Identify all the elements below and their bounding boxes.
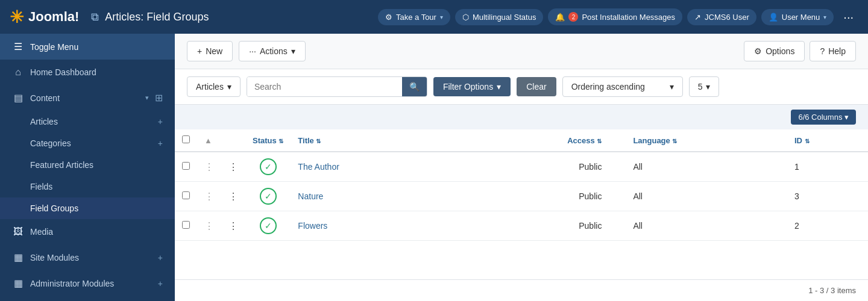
- new-button[interactable]: + New: [187, 41, 233, 61]
- content-add-icon: ⊞: [155, 92, 163, 104]
- nav-actions: ⚙ Take a Tour ▾ ⬡ Multilingual Status 🔔 …: [378, 8, 858, 26]
- row-checkbox[interactable]: [182, 221, 190, 229]
- id-col-label: ID: [794, 136, 802, 145]
- multilingual-status-button[interactable]: ⬡ Multilingual Status: [455, 9, 544, 25]
- search-button[interactable]: 🔍: [402, 77, 427, 96]
- articles-dropdown[interactable]: Articles ▾: [187, 76, 241, 97]
- row-actions-cell[interactable]: ⋮: [221, 152, 245, 182]
- sidebar-item-content[interactable]: ▤ Content ▾ ⊞: [0, 85, 175, 111]
- user-menu-chevron-icon: ▾: [823, 14, 826, 20]
- help-button[interactable]: ? Help: [810, 41, 856, 61]
- status-published-icon: ✓: [260, 158, 277, 175]
- per-page-chevron-icon: ▾: [706, 82, 710, 92]
- content-icon: ▤: [12, 92, 24, 104]
- title-header[interactable]: Title ⇅: [291, 129, 444, 152]
- row-checkbox[interactable]: [182, 191, 190, 199]
- new-label: New: [206, 46, 222, 56]
- user-menu-button[interactable]: 👤 User Menu ▾: [761, 9, 834, 25]
- notifications-label: Post Installation Messages: [582, 13, 675, 22]
- row-checkbox[interactable]: [182, 162, 190, 170]
- access-sort-icon: ⇅: [597, 138, 602, 144]
- site-modules-add-icon: +: [158, 253, 163, 262]
- ordering-dropdown[interactable]: Ordering ascending ▾: [562, 76, 683, 97]
- status-header[interactable]: Status ⇅: [245, 129, 291, 152]
- id-header[interactable]: ID ⇅: [787, 129, 868, 152]
- table-row: ⋮ ⋮ ✓ Flowers Public All 2: [175, 211, 868, 241]
- fields-label: Fields: [30, 182, 52, 191]
- status-cell: ✓: [245, 152, 291, 182]
- row-actions-cell[interactable]: ⋮: [221, 182, 245, 211]
- language-header[interactable]: Language ⇅: [626, 129, 787, 152]
- title-link[interactable]: Flowers: [298, 221, 327, 231]
- sidebar-item-fields[interactable]: Fields: [0, 176, 175, 197]
- per-page-dropdown[interactable]: 5 ▾: [689, 76, 720, 97]
- sidebar-toggle-menu[interactable]: ☰ Toggle Menu: [0, 34, 175, 60]
- status-cell: ✓: [245, 182, 291, 211]
- toolbar: + New ··· Actions ▾ ⚙ Options ? Help: [175, 34, 868, 69]
- site-modules-label: Site Modules: [30, 253, 152, 262]
- field-groups-label: Field Groups: [30, 203, 78, 213]
- jcms-user-button[interactable]: ↗ JCMS6 User: [687, 9, 756, 25]
- language-cell: All: [626, 152, 787, 182]
- external-link-icon: ↗: [694, 13, 701, 22]
- filter-bar: Articles ▾ 🔍 Filter Options ▾ Clear Orde…: [175, 69, 868, 105]
- actions-label: Actions: [260, 46, 288, 56]
- search-input[interactable]: [247, 77, 402, 96]
- categories-label: Categories: [30, 138, 71, 148]
- sidebar-content-label: Content: [30, 93, 139, 103]
- row-actions-cell[interactable]: ⋮: [221, 211, 245, 241]
- drag-header: ▲: [197, 129, 221, 152]
- sidebar-item-field-groups[interactable]: Field Groups: [0, 197, 175, 219]
- row-checkbox-cell: [175, 211, 197, 241]
- question-icon: ?: [820, 46, 825, 56]
- multilingual-icon: ⬡: [462, 13, 469, 22]
- dots-icon: ···: [249, 46, 256, 56]
- id-cell: 3: [787, 182, 868, 211]
- bell-icon: 🔔: [555, 13, 565, 22]
- multilingual-label: Multilingual Status: [473, 13, 536, 22]
- table-row: ⋮ ⋮ ✓ The Author Public All 1: [175, 152, 868, 182]
- main-layout: ☰ Toggle Menu ⌂ Home Dashboard ▤ Content…: [0, 34, 868, 301]
- articles-label: Articles: [30, 117, 58, 126]
- title-link[interactable]: The Author: [298, 162, 339, 172]
- select-all-header[interactable]: [175, 129, 197, 152]
- title-link[interactable]: Nature: [298, 191, 323, 201]
- access-header[interactable]: Access ⇅: [444, 129, 626, 152]
- page-title: Articles: Field Groups: [105, 11, 209, 23]
- select-all-checkbox[interactable]: [182, 135, 190, 143]
- user-icon: 👤: [769, 13, 778, 22]
- status-cell: ✓: [245, 211, 291, 241]
- filter-options-button[interactable]: Filter Options ▾: [433, 77, 511, 96]
- admin-modules-add-icon: +: [158, 279, 163, 288]
- actions-chevron-icon: ▾: [291, 46, 295, 56]
- clear-button[interactable]: Clear: [517, 77, 556, 96]
- logo: ✳ Joomla!: [10, 7, 79, 27]
- options-button[interactable]: ⚙ Options: [744, 41, 805, 61]
- tour-icon: ⚙: [385, 13, 392, 22]
- admin-modules-label: Administrator Modules: [30, 279, 152, 288]
- sidebar-item-home[interactable]: ⌂ Home Dashboard: [0, 60, 175, 85]
- joomla-logo-icon: ✳: [10, 7, 24, 27]
- logo-text: Joomla!: [28, 9, 79, 25]
- sidebar-item-admin-modules[interactable]: ▦ Administrator Modules +: [0, 270, 175, 296]
- notifications-badge: 2: [568, 12, 578, 22]
- drag-cell: ⋮: [197, 152, 221, 182]
- sidebar-item-articles[interactable]: Articles +: [0, 111, 175, 132]
- user-menu-label: User Menu: [782, 13, 820, 22]
- notifications-button[interactable]: 🔔 2 Post Installation Messages: [548, 8, 682, 25]
- sidebar-item-featured[interactable]: Featured Articles: [0, 154, 175, 176]
- articles-table: ▲ Status ⇅ Title ⇅ Access ⇅: [175, 129, 868, 241]
- sidebar-item-site-modules[interactable]: ▦ Site Modules +: [0, 244, 175, 270]
- jcms-user-label: JCMS6 User: [705, 13, 749, 22]
- toggle-icon: ☰: [12, 41, 24, 52]
- take-tour-button[interactable]: ⚙ Take a Tour ▾: [378, 9, 450, 25]
- sidebar-item-categories[interactable]: Categories +: [0, 132, 175, 154]
- more-options-button[interactable]: ···: [838, 8, 858, 26]
- access-cell: Public: [444, 152, 626, 182]
- content-area: + New ··· Actions ▾ ⚙ Options ? Help: [175, 34, 868, 301]
- articles-dropdown-label: Articles: [196, 82, 224, 92]
- sidebar-item-media[interactable]: 🖼 Media: [0, 219, 175, 244]
- ordering-chevron-icon: ▾: [670, 82, 674, 92]
- columns-button[interactable]: 6/6 Columns ▾: [791, 110, 856, 125]
- actions-button[interactable]: ··· Actions ▾: [239, 41, 306, 61]
